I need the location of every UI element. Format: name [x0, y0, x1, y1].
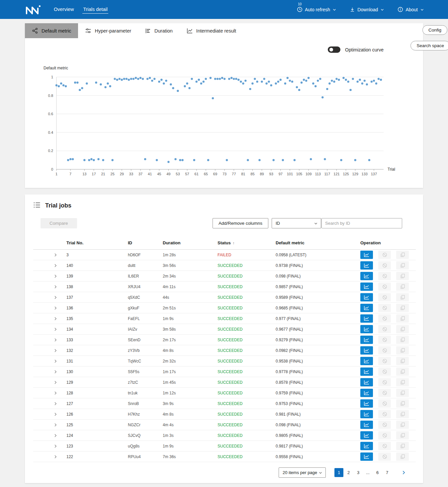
scatter-point[interactable]	[224, 78, 225, 80]
kill-trial-button[interactable]	[378, 357, 391, 365]
scatter-point[interactable]	[305, 80, 307, 82]
copy-trial-button[interactable]	[396, 293, 409, 301]
scatter-point[interactable]	[287, 77, 289, 79]
show-intermediate-button[interactable]	[360, 272, 373, 280]
scatter-point[interactable]	[342, 77, 344, 79]
auto-refresh-control[interactable]: 10 Auto refresh	[297, 7, 336, 12]
scatter-point[interactable]	[126, 78, 128, 80]
row-expand-chevron[interactable]	[33, 423, 66, 427]
add-remove-columns-button[interactable]: Add/Remove columns	[213, 218, 268, 228]
scatter-point[interactable]	[371, 81, 373, 83]
column-header-trial-no-[interactable]: Trial No.	[66, 240, 128, 245]
row-expand-chevron[interactable]	[33, 306, 66, 310]
scatter-point[interactable]	[214, 78, 216, 80]
kill-trial-button[interactable]	[378, 431, 391, 440]
scatter-point[interactable]	[109, 85, 111, 87]
copy-trial-button[interactable]	[396, 389, 409, 397]
show-intermediate-button[interactable]	[360, 410, 373, 418]
scatter-point[interactable]	[65, 85, 67, 87]
scatter-point[interactable]	[90, 158, 92, 160]
tab-hyper-parameter[interactable]: Hyper-parameter	[78, 23, 138, 38]
kill-trial-button[interactable]	[378, 452, 391, 461]
scatter-point[interactable]	[188, 87, 190, 89]
show-intermediate-button[interactable]	[360, 325, 373, 333]
scatter-point[interactable]	[212, 97, 214, 99]
kill-trial-button[interactable]	[378, 261, 391, 270]
column-header-default-metric[interactable]: Default metric	[276, 240, 360, 245]
scatter-point[interactable]	[237, 79, 239, 81]
scatter-point[interactable]	[270, 84, 272, 86]
scatter-point[interactable]	[58, 85, 60, 87]
scatter-point[interactable]	[181, 159, 183, 161]
scatter-point[interactable]	[100, 83, 102, 85]
scatter-point[interactable]	[72, 158, 74, 160]
copy-trial-button[interactable]	[396, 346, 409, 355]
scatter-point[interactable]	[137, 78, 139, 80]
scatter-point[interactable]	[62, 84, 64, 86]
scatter-point[interactable]	[93, 159, 95, 161]
nav-overview[interactable]: Overview	[53, 5, 74, 14]
scatter-point[interactable]	[312, 82, 314, 84]
scatter-point[interactable]	[254, 78, 256, 80]
scatter-point[interactable]	[144, 158, 146, 160]
scatter-point[interactable]	[357, 81, 359, 83]
scatter-point[interactable]	[130, 78, 132, 80]
show-intermediate-button[interactable]	[360, 293, 373, 301]
scatter-point[interactable]	[165, 80, 167, 82]
scatter-point[interactable]	[142, 78, 144, 80]
scatter-point[interactable]	[184, 85, 186, 87]
nav-trials-detail[interactable]: Trials detail	[82, 5, 108, 14]
scatter-point[interactable]	[368, 159, 370, 161]
page-button-6[interactable]: 6	[373, 468, 382, 477]
scatter-point[interactable]	[380, 79, 382, 81]
copy-trial-button[interactable]	[396, 431, 409, 440]
scatter-point[interactable]	[230, 77, 232, 79]
scatter-point[interactable]	[303, 79, 305, 81]
scatter-point[interactable]	[340, 159, 342, 161]
copy-trial-button[interactable]	[396, 283, 409, 291]
scatter-point[interactable]	[268, 81, 270, 83]
scatter-point[interactable]	[172, 87, 174, 89]
row-expand-chevron[interactable]	[33, 327, 66, 331]
scatter-point[interactable]	[160, 79, 162, 81]
scatter-point[interactable]	[338, 79, 340, 81]
scatter-point[interactable]	[69, 158, 71, 160]
scatter-point[interactable]	[233, 78, 235, 80]
scatter-point[interactable]	[149, 77, 151, 79]
scatter-point[interactable]	[146, 78, 148, 80]
show-intermediate-button[interactable]	[360, 367, 373, 376]
copy-trial-button[interactable]	[396, 314, 409, 323]
scatter-point[interactable]	[256, 81, 258, 83]
show-intermediate-button[interactable]	[360, 314, 373, 323]
kill-trial-button[interactable]	[378, 399, 391, 408]
kill-trial-button[interactable]	[378, 283, 391, 291]
kill-trial-button[interactable]	[378, 367, 391, 376]
scatter-point[interactable]	[289, 80, 291, 82]
scatter-point[interactable]	[128, 79, 130, 81]
scatter-point[interactable]	[321, 96, 323, 98]
copy-trial-button[interactable]	[396, 442, 409, 450]
row-expand-chevron[interactable]	[33, 359, 66, 363]
scatter-point[interactable]	[119, 78, 121, 80]
scatter-point[interactable]	[326, 88, 328, 90]
items-per-page-select[interactable]: 20 items per page	[279, 467, 326, 478]
copy-trial-button[interactable]	[396, 272, 409, 280]
kill-trial-button[interactable]	[378, 410, 391, 418]
scatter-point[interactable]	[359, 79, 361, 81]
copy-trial-button[interactable]	[396, 367, 409, 376]
scatter-point[interactable]	[205, 78, 207, 80]
scatter-point[interactable]	[163, 82, 165, 84]
copy-trial-button[interactable]	[396, 357, 409, 365]
show-intermediate-button[interactable]	[360, 452, 373, 461]
show-intermediate-button[interactable]	[360, 357, 373, 365]
scatter-point[interactable]	[83, 159, 85, 161]
kill-trial-button[interactable]	[378, 325, 391, 333]
search-input[interactable]	[321, 218, 402, 228]
scatter-point[interactable]	[179, 159, 181, 161]
scatter-point[interactable]	[67, 159, 69, 161]
row-expand-chevron[interactable]	[33, 391, 66, 395]
scatter-point[interactable]	[196, 81, 198, 83]
scatter-point[interactable]	[349, 89, 351, 91]
scatter-point[interactable]	[102, 159, 104, 161]
scatter-point[interactable]	[86, 82, 88, 84]
